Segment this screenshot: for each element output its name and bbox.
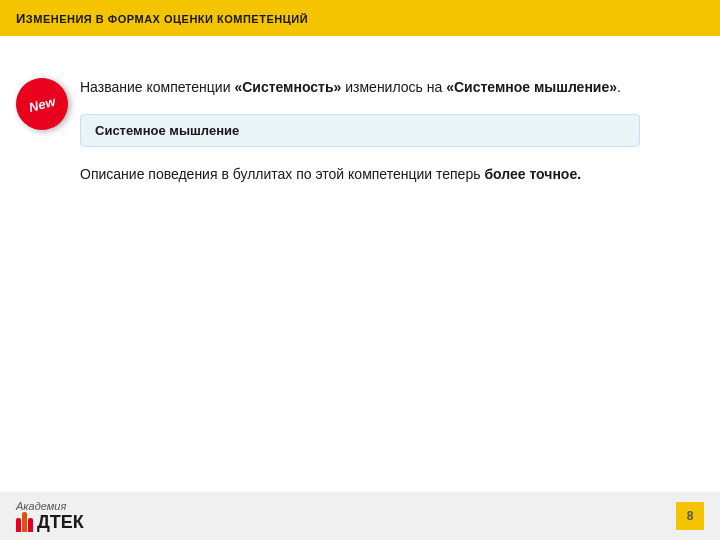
dtek-logo-icon	[16, 512, 33, 532]
main-content: New Название компетенции «Системность» и…	[0, 36, 720, 222]
new-badge-text: New	[27, 93, 57, 114]
logo-bar-3	[28, 518, 33, 532]
logo-bar-1	[16, 518, 21, 532]
highlight-text: Системное мышление	[95, 123, 239, 138]
paragraph-1: Название компетенции «Системность» измен…	[80, 76, 640, 98]
paragraph2-bold: более точное.	[484, 166, 581, 182]
header-bar: Изменения в формах оценки компетенций	[0, 0, 720, 36]
dtek-text: ДТЕК	[37, 512, 84, 533]
paragraph1-part1: Название компетенции	[80, 79, 234, 95]
highlight-box: Системное мышление	[80, 114, 640, 147]
footer-logo-bottom: ДТЕК	[16, 512, 84, 533]
header-title: Изменения в формах оценки компетенций	[16, 11, 308, 26]
paragraph1-part2: изменилось на	[341, 79, 446, 95]
footer: Академия ДТЕК 8	[0, 492, 720, 540]
new-badge: New	[10, 72, 74, 136]
paragraph2-part1: Описание поведения в буллитах по этой ко…	[80, 166, 484, 182]
footer-logo-top: Академия	[16, 500, 66, 512]
footer-logo: Академия ДТЕК	[16, 500, 84, 533]
header-title-first-letter: И	[16, 11, 26, 26]
paragraph1-end: .	[617, 79, 621, 95]
paragraph-2: Описание поведения в буллитах по этой ко…	[80, 163, 640, 185]
footer-logo-text: Академия ДТЕК	[16, 500, 84, 533]
page-number: 8	[676, 502, 704, 530]
paragraph1-bold2: «Системное мышление»	[446, 79, 617, 95]
logo-bar-2	[22, 512, 27, 532]
paragraph1-bold1: «Системность»	[234, 79, 341, 95]
